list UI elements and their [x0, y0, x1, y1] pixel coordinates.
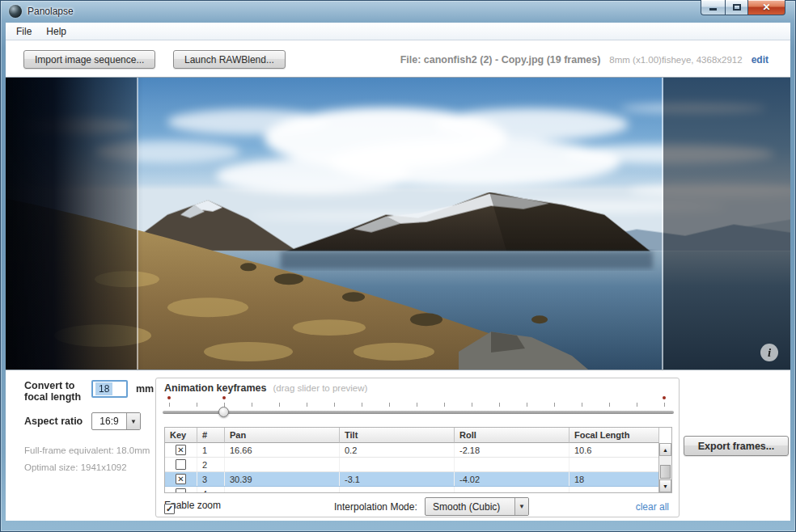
window-title: Panolapse [28, 6, 74, 17]
close-icon: ✕ [762, 2, 770, 12]
slider-tick [307, 403, 307, 407]
slider-tick [279, 403, 280, 407]
animation-keyframes-box: Animation keyframes (drag slider to prev… [155, 378, 680, 517]
column-header-key[interactable]: Key [165, 428, 197, 443]
maximize-button[interactable] [725, 0, 748, 15]
launch-rawblend-button[interactable]: Launch RAWBlend... [173, 50, 286, 69]
table-row[interactable]: 4 [165, 487, 671, 493]
table-row-selected[interactable]: 3 30.39 -3.1 -4.02 18 [165, 472, 671, 487]
column-header-tilt[interactable]: Tilt [340, 428, 455, 443]
file-name-label: File: canonfish2 (2) - Copy.jpg (19 fram… [400, 54, 601, 65]
preview-image [6, 78, 790, 369]
slider-tick [582, 403, 582, 407]
keyframes-table[interactable]: Key # Pan Tilt Roll Focal Length 1 16.66… [164, 427, 672, 493]
keyframe-marker-icon [167, 396, 171, 399]
image-preview-area[interactable]: i [6, 77, 790, 370]
menu-bar: File Help [6, 23, 790, 40]
column-header-focal-length[interactable]: Focal Length [569, 428, 659, 443]
client-area: Import image sequence... Launch RAWBlend… [6, 40, 790, 521]
chevron-down-icon[interactable]: ▼ [514, 498, 528, 515]
keyframes-title: Animation keyframes [164, 382, 266, 394]
bottom-panel: Convert to focal length 18 mm Aspect rat… [6, 371, 790, 521]
interpolation-mode-label: Interpolation Mode: [334, 501, 417, 513]
table-scrollbar[interactable]: ▲ ▼ [658, 443, 671, 492]
scrollbar-thumb[interactable] [660, 465, 671, 479]
window-controls: ✕ [701, 0, 785, 15]
slider-tick [334, 403, 335, 407]
slider-tick [252, 403, 252, 407]
slider-tick [637, 403, 637, 407]
column-header-roll[interactable]: Roll [455, 428, 569, 443]
full-frame-equivalent-note: Full-frame equivalent: 18.0mm [24, 445, 150, 455]
aspect-ratio-label: Aspect ratio [24, 416, 83, 427]
table-row[interactable]: 2 [165, 458, 671, 472]
info-icon[interactable]: i [760, 344, 778, 361]
slider-handle[interactable] [218, 407, 229, 417]
enable-zoom-checkbox[interactable] [164, 504, 175, 514]
column-header-num[interactable]: # [197, 428, 225, 443]
interpolation-mode-select[interactable]: Smooth (Cubic) ▼ [425, 497, 529, 516]
keyframe-checkbox[interactable] [176, 445, 186, 455]
chevron-down-icon[interactable]: ▼ [126, 413, 140, 429]
keyframe-checkbox[interactable] [176, 474, 186, 484]
close-button[interactable]: ✕ [748, 0, 785, 15]
keyframe-marker-icon [663, 396, 666, 399]
minimize-button[interactable] [701, 0, 725, 15]
file-info-bar: File: canonfish2 (2) - Copy.jpg (19 fram… [400, 54, 768, 65]
keyframe-checkbox[interactable] [176, 488, 186, 493]
keyframes-footer: Enable zoom Interpolation Mode: Smooth (… [164, 497, 671, 517]
slider-ticks [169, 399, 664, 421]
maximize-icon [733, 4, 741, 11]
interpolation-mode-value: Smooth (Cubic) [426, 498, 514, 515]
keyframe-checkbox[interactable] [176, 459, 186, 470]
column-header-pan[interactable]: Pan [225, 428, 340, 443]
app-icon [9, 5, 22, 18]
scroll-down-icon[interactable]: ▼ [659, 479, 671, 492]
lens-info-label: 8mm (x1.00)fisheye, 4368x2912 [609, 55, 742, 65]
optimal-size-note: Optimal size: 1941x1092 [24, 462, 127, 472]
focal-length-value: 18 [95, 382, 112, 395]
app-window: Panolapse ✕ File Help Import image seque… [0, 0, 796, 532]
mm-unit-label: mm [136, 383, 154, 395]
menu-help[interactable]: Help [39, 23, 74, 40]
slider-tick [499, 403, 500, 407]
table-row[interactable]: 1 16.66 0.2 -2.18 10.6 [165, 443, 671, 458]
clear-all-link[interactable]: clear all [636, 501, 669, 513]
table-header-row: Key # Pan Tilt Roll Focal Length [165, 428, 671, 443]
import-image-sequence-button[interactable]: Import image sequence... [23, 50, 155, 69]
slider-tick [362, 403, 362, 407]
title-bar[interactable]: Panolapse ✕ [0, 0, 796, 23]
slider-tick [197, 403, 197, 407]
aspect-ratio-select[interactable]: 16:9 ▼ [91, 412, 141, 430]
menu-file[interactable]: File [9, 23, 39, 40]
convert-focal-label: Convert to focal length [24, 380, 92, 403]
minimize-icon [709, 8, 717, 11]
slider-tick [554, 403, 555, 407]
slider-tick [169, 403, 170, 407]
slider-tick [527, 403, 527, 407]
preview-slider[interactable] [166, 399, 669, 421]
keyframe-marker-icon [222, 396, 226, 399]
focal-length-input[interactable]: 18 [91, 380, 128, 398]
aspect-ratio-value: 16:9 [92, 413, 126, 429]
slider-tick [664, 403, 665, 407]
scroll-up-icon[interactable]: ▲ [659, 443, 671, 456]
keyframes-hint: (drag slider to preview) [273, 383, 367, 393]
slider-tick [444, 403, 445, 407]
export-frames-button[interactable]: Export frames... [684, 436, 789, 456]
slider-tick [389, 403, 390, 407]
slider-tick [417, 403, 417, 407]
slider-tick [609, 403, 610, 407]
slider-tick [472, 403, 472, 407]
edit-link[interactable]: edit [752, 54, 768, 65]
